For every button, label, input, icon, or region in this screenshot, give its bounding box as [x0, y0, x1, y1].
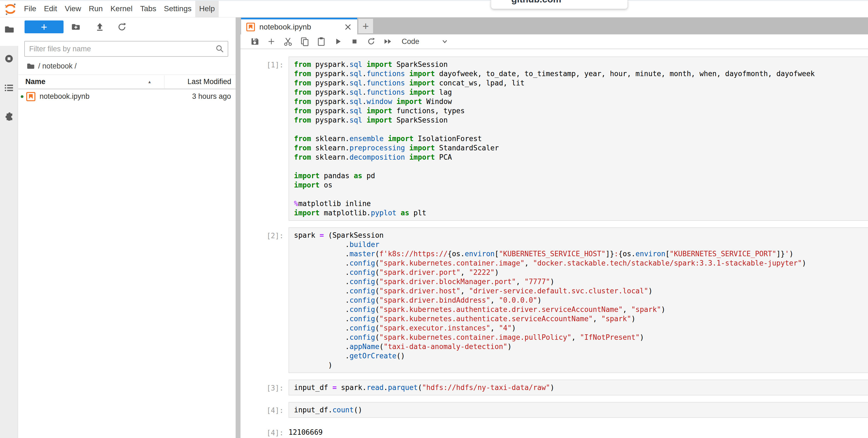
insert-cell-button[interactable] [265, 35, 277, 48]
code-line [294, 162, 868, 171]
code-line: .config("spark.driver.port", "2222") [294, 268, 868, 277]
code-line: .config("spark.driver.blockManager.port"… [294, 277, 868, 286]
code-line: import matplotlib.pyplot as plt [294, 208, 868, 217]
code-line: from pyspark.sql.functions import lag [294, 88, 868, 97]
notebook-content[interactable]: [1]:from pyspark.sql import SparkSession… [241, 50, 868, 438]
restart-icon [367, 37, 376, 46]
menu-run[interactable]: Run [85, 0, 106, 17]
menu-tabs[interactable]: Tabs [136, 0, 160, 17]
upload-button[interactable] [95, 22, 105, 32]
code-line: .appName("taxi-data-anomaly-detection") [294, 342, 868, 351]
code-line: .config("spark.kubernetes.container.imag… [294, 333, 868, 342]
tab-title: notebook.ipynb [259, 23, 344, 31]
panel-splitter[interactable] [236, 18, 241, 438]
new-folder-button[interactable] [71, 22, 81, 32]
menu-view[interactable]: View [61, 0, 85, 17]
menu-help[interactable]: Help [195, 0, 219, 17]
code-line: .config("spark.kubernetes.container.imag… [294, 258, 868, 268]
table-of-contents-icon [4, 83, 14, 93]
column-divider [164, 75, 164, 88]
column-header-name[interactable]: Name [25, 75, 45, 89]
cell-type-value: Code [402, 37, 420, 46]
cell-type-dropdown[interactable]: Code [402, 37, 449, 46]
new-folder-icon [71, 22, 81, 32]
column-header-modified[interactable]: Last Modified [187, 75, 231, 89]
refresh-file-list-button[interactable] [117, 22, 127, 32]
cut-cells-button[interactable] [282, 35, 294, 48]
menu-edit[interactable]: Edit [40, 0, 61, 17]
file-modified: 3 hours ago [192, 89, 231, 104]
file-row[interactable]: notebook.ipynb 3 hours ago [18, 89, 236, 104]
notebook-file-icon [246, 22, 255, 32]
table-of-contents-tab[interactable] [4, 83, 14, 93]
code-line: .config("spark.driver.host", "driver-ser… [294, 286, 868, 296]
running-kernels-icon [4, 54, 14, 64]
dock-tab-bar: notebook.ipynb + [241, 18, 868, 34]
sort-ascending-icon[interactable]: ▲ [148, 75, 152, 89]
code-line: input_df = spark.read.parquet("hdfs://hd… [294, 383, 868, 392]
filter-files-input[interactable]: Filter files by name [24, 41, 228, 57]
filter-placeholder: Filter files by name [29, 45, 215, 53]
code-cell[interactable]: [1]:from pyspark.sql import SparkSession… [241, 57, 868, 221]
plus-icon [267, 37, 276, 46]
interrupt-kernel-button[interactable] [348, 35, 361, 48]
code-line: ) [294, 360, 868, 370]
upload-icon [95, 22, 105, 32]
home-folder-icon[interactable] [26, 62, 35, 70]
menu-settings[interactable]: Settings [160, 0, 195, 17]
cell-editor[interactable]: input_df.count() [288, 402, 868, 418]
save-icon [250, 36, 259, 47]
file-browser-panel: + Filter files by name [18, 18, 236, 438]
new-tab-button[interactable]: + [358, 19, 373, 33]
save-button[interactable] [249, 35, 261, 48]
main-dock-panel: notebook.ipynb + [241, 18, 868, 438]
file-list-header: Name ▲ Last Modified [18, 75, 236, 89]
cell-editor[interactable]: spark = (SparkSession .builder .master(f… [288, 227, 868, 373]
file-browser-tab[interactable] [4, 24, 14, 35]
code-line: .config("spark.kubernetes.authenticate.d… [294, 305, 868, 314]
code-line: import os [294, 180, 868, 189]
code-line: %matplotlib inline [294, 199, 868, 208]
close-tab-icon[interactable] [344, 23, 352, 31]
menu-file[interactable]: File [20, 0, 40, 17]
paste-icon [316, 36, 326, 47]
code-cell[interactable]: [2]:spark = (SparkSession .builder .mast… [241, 227, 868, 373]
code-line: from pyspark.sql.window import Window [294, 97, 868, 106]
code-line: from pyspark.sql.functions import concat… [294, 78, 868, 88]
kernel-running-dot [21, 95, 24, 98]
breadcrumb[interactable]: / notebook / [26, 61, 76, 71]
file-name: notebook.ipynb [39, 89, 89, 104]
window-top-edge [0, 0, 868, 1]
notebook-tab[interactable]: notebook.ipynb [241, 18, 357, 34]
notebook-cells: [1]:from pyspark.sql import SparkSession… [241, 50, 868, 437]
code-line: from pyspark.sql import functions, types [294, 106, 868, 115]
paste-cells-button[interactable] [315, 35, 327, 48]
menu-kernel[interactable]: Kernel [106, 0, 136, 17]
run-cell-button[interactable] [332, 35, 344, 48]
browser-popup: github.com [491, 0, 628, 9]
copy-cells-button[interactable] [299, 35, 311, 48]
extensions-icon [4, 110, 14, 121]
code-cell[interactable]: [3]:input_df = spark.read.parquet("hdfs:… [241, 380, 868, 396]
copy-icon [300, 36, 310, 47]
restart-kernel-button[interactable] [365, 35, 377, 48]
output-text: 12106669 [288, 425, 868, 437]
cell-editor[interactable]: from pyspark.sql import SparkSessionfrom… [288, 57, 868, 221]
stop-icon [350, 37, 359, 46]
new-launcher-button[interactable]: + [25, 21, 64, 33]
extensions-tab[interactable] [4, 110, 14, 121]
running-kernels-tab[interactable] [4, 54, 14, 64]
code-line: from pyspark.sql.functions import dayofw… [294, 69, 868, 78]
restart-run-all-button[interactable] [382, 35, 394, 48]
play-icon [333, 37, 342, 46]
breadcrumb-path: / notebook / [38, 62, 76, 70]
code-cell[interactable]: [4]:input_df.count() [241, 402, 868, 418]
cell-output-area[interactable]: [4]:12106669 [241, 425, 868, 437]
input-prompt: [2]: [241, 227, 284, 240]
popup-domain-text: github.com [511, 0, 561, 5]
cell-editor[interactable]: input_df = spark.read.parquet("hdfs://hd… [288, 380, 868, 396]
chevron-down-icon [441, 37, 449, 46]
code-line: input_df.count() [294, 405, 868, 414]
input-prompt: [4]: [241, 402, 284, 415]
code-line [294, 125, 868, 134]
